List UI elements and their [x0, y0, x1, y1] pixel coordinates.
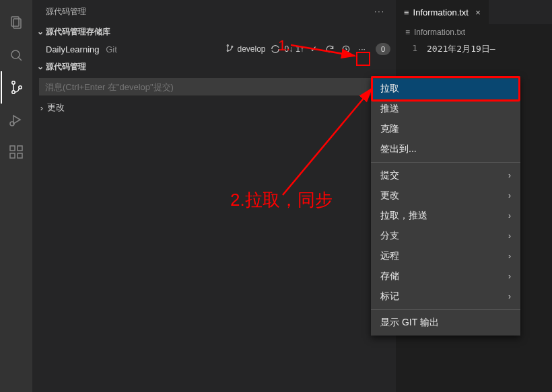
editor-tab[interactable]: ≡ Information.txt × [396, 0, 489, 24]
section-scm[interactable]: ⌄ 源代码管理 [32, 58, 396, 75]
section-repos-label: 源代码管理存储库 [46, 26, 110, 38]
branch-icon [226, 44, 234, 54]
git-context-menu: 拉取 推送 克隆 签出到... 提交› 更改› 拉取，推送› 分支› 远程› 存… [371, 76, 520, 336]
file-icon: ≡ [405, 28, 410, 37]
history-icon[interactable] [339, 42, 353, 56]
svg-point-15 [232, 46, 233, 47]
svg-line-3 [19, 58, 22, 61]
menu-pull-push[interactable]: 拉取，推送› [371, 206, 520, 226]
breadcrumb-label: Information.txt [414, 28, 465, 37]
chevron-right-icon: › [508, 231, 511, 241]
menu-separator [371, 309, 520, 310]
menu-show-git-output[interactable]: 显示 GIT 输出 [371, 313, 520, 333]
svg-rect-10 [10, 153, 15, 158]
svg-marker-7 [13, 116, 20, 124]
chevron-right-icon: › [508, 251, 511, 261]
sync-icon[interactable] [269, 42, 282, 56]
chevron-right-icon: › [508, 171, 511, 180]
menu-pull[interactable]: 拉取 [371, 79, 520, 99]
svg-rect-12 [18, 146, 22, 151]
panel-more-icon[interactable]: ··· [374, 7, 385, 16]
svg-rect-0 [11, 17, 19, 26]
svg-point-6 [19, 86, 22, 89]
chevron-right-icon: › [508, 272, 511, 281]
chevron-right-icon: › [508, 292, 511, 301]
menu-checkout[interactable]: 签出到... [371, 139, 520, 159]
repo-more-icon[interactable]: ··· [355, 42, 369, 56]
menu-clone[interactable]: 克隆 [371, 119, 520, 139]
line-number: 1 [396, 43, 427, 55]
menu-separator [371, 162, 520, 163]
debug-icon[interactable] [0, 104, 32, 136]
changes-label: 更改 [47, 102, 65, 114]
menu-push[interactable]: 推送 [371, 99, 520, 119]
breadcrumb[interactable]: ≡ Information.txt [396, 24, 552, 40]
changes-count-badge: 0 [376, 43, 390, 55]
code-line[interactable]: 2021年2月19日— [427, 43, 495, 55]
incoming-count: 0↓ [285, 44, 294, 54]
source-control-panel: 源代码管理 ··· ⌄ 源代码管理存储库 DailyLearning Git d… [32, 0, 396, 392]
svg-point-2 [11, 50, 20, 58]
svg-rect-11 [18, 153, 22, 158]
chevron-down-icon: ⌄ [35, 27, 46, 36]
menu-remote[interactable]: 远程› [371, 246, 520, 266]
chevron-right-icon: › [508, 211, 511, 221]
svg-point-14 [228, 50, 229, 51]
panel-title-text: 源代码管理 [46, 6, 86, 17]
commit-message-input[interactable] [39, 78, 389, 95]
refresh-icon[interactable] [323, 42, 337, 56]
menu-stash[interactable]: 存储› [371, 266, 520, 286]
explorer-icon[interactable] [0, 7, 32, 39]
tab-bar: ≡ Information.txt × [396, 0, 552, 24]
repo-kind: Git [106, 44, 117, 54]
chevron-right-icon: › [508, 191, 511, 200]
repo-status: develop 0↓ 1↑ ✓ ··· 0 [226, 42, 390, 56]
tab-label: Information.txt [413, 7, 469, 17]
svg-rect-9 [10, 146, 15, 151]
svg-point-13 [228, 45, 229, 46]
close-tab-icon[interactable]: × [473, 7, 483, 17]
svg-point-4 [12, 81, 15, 84]
section-scm-label: 源代码管理 [46, 61, 86, 73]
chevron-right-icon: › [36, 103, 47, 113]
menu-tag[interactable]: 标记› [371, 286, 520, 307]
search-icon[interactable] [0, 39, 32, 71]
commit-check-icon[interactable]: ✓ [307, 42, 320, 56]
svg-rect-1 [13, 19, 21, 28]
menu-commit[interactable]: 提交› [371, 165, 520, 186]
source-control-icon[interactable] [1, 71, 32, 104]
menu-changes[interactable]: 更改› [371, 186, 520, 206]
menu-branch[interactable]: 分支› [371, 226, 520, 246]
changes-row[interactable]: › 更改 [32, 100, 396, 116]
section-repos[interactable]: ⌄ 源代码管理存储库 [32, 23, 396, 40]
outgoing-count: 1↑ [296, 44, 304, 54]
extensions-icon[interactable] [0, 136, 32, 168]
activity-bar [0, 0, 32, 392]
branch-name: develop [237, 44, 265, 54]
chevron-down-icon: ⌄ [35, 62, 46, 71]
file-icon: ≡ [404, 7, 409, 17]
svg-point-5 [12, 91, 15, 93]
repo-name: DailyLearning [46, 44, 100, 54]
repo-row[interactable]: DailyLearning Git develop 0↓ 1↑ ✓ [32, 40, 396, 58]
